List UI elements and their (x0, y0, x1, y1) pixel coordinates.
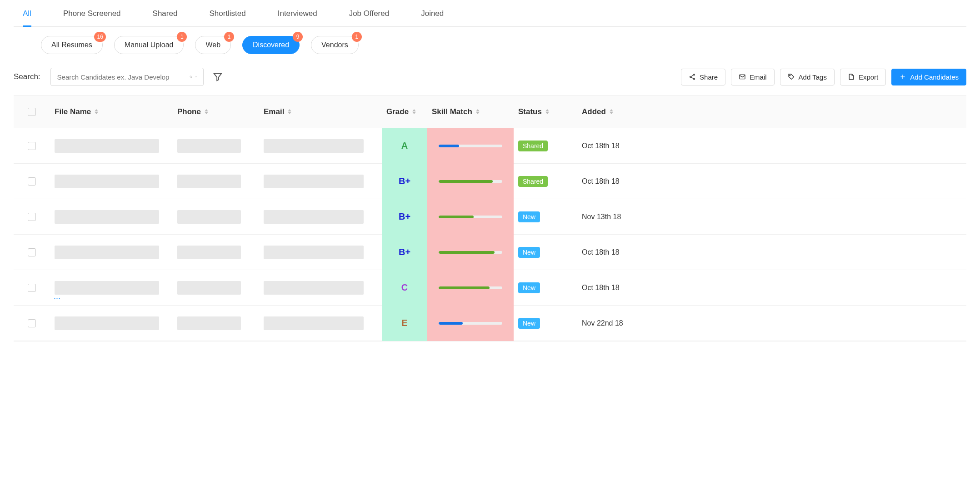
svg-line-5 (691, 75, 693, 76)
status-badge: Shared (518, 141, 548, 151)
skill-progress (439, 251, 502, 254)
filename-placeholder (55, 246, 159, 259)
filename-placeholder (55, 139, 159, 153)
status-badge: New (518, 211, 540, 222)
main-tab-phone-screened[interactable]: Phone Screened (63, 9, 121, 26)
select-all-header (14, 108, 50, 116)
grade-cell: B+ (382, 164, 427, 199)
phone-placeholder (177, 175, 241, 188)
filter-pill-all-resumes[interactable]: All Resumes16 (41, 36, 103, 54)
main-tab-all[interactable]: All (23, 9, 31, 26)
share-button[interactable]: Share (681, 69, 725, 85)
filter-pill-manual-upload[interactable]: Manual Upload1 (114, 36, 184, 54)
svg-point-3 (690, 76, 691, 78)
row-checkbox[interactable] (28, 142, 36, 150)
candidates-table: File Name Phone Email Grade Skill Match … (14, 95, 966, 341)
filename-placeholder (55, 281, 159, 295)
sort-icon (412, 109, 416, 114)
phone-placeholder (177, 139, 241, 153)
pill-badge: 1 (352, 32, 362, 42)
skill-progress (439, 145, 502, 147)
column-header-email[interactable]: Email (259, 107, 382, 116)
skill-match-cell (427, 164, 514, 199)
skill-match-cell (427, 199, 514, 235)
column-header-added[interactable]: Added (577, 107, 655, 116)
grade-cell: B+ (382, 235, 427, 270)
filter-pill-discovered[interactable]: Discovered9 (242, 36, 300, 54)
column-header-status[interactable]: Status (514, 107, 577, 116)
svg-point-4 (694, 78, 695, 80)
table-row: ... C New Oct 18th 18 (14, 270, 966, 306)
added-date: Oct 18th 18 (577, 142, 655, 150)
row-more-link[interactable]: ... (54, 291, 60, 301)
export-button[interactable]: Export (840, 69, 886, 85)
phone-placeholder (177, 246, 241, 259)
filename-placeholder (55, 210, 159, 224)
grade-cell: C (382, 270, 427, 306)
email-button[interactable]: Email (731, 69, 775, 85)
plus-icon (899, 73, 906, 80)
column-header-skill-match[interactable]: Skill Match (427, 107, 514, 116)
main-tab-joined[interactable]: Joined (421, 9, 444, 26)
main-tab-shortlisted[interactable]: Shortlisted (209, 9, 245, 26)
filter-pill-row: All Resumes16Manual Upload1Web1Discovere… (14, 27, 966, 63)
main-tab-interviewed[interactable]: Interviewed (278, 9, 317, 26)
added-date: Oct 18th 18 (577, 177, 655, 186)
phone-placeholder (177, 210, 241, 224)
skill-match-cell (427, 306, 514, 341)
pill-badge: 16 (94, 32, 105, 42)
column-header-filename[interactable]: File Name (50, 107, 173, 116)
search-dropdown-button[interactable] (183, 68, 203, 85)
table-header-row: File Name Phone Email Grade Skill Match … (14, 95, 966, 128)
status-badge: New (518, 318, 540, 329)
sort-icon (610, 109, 613, 114)
filter-pill-vendors[interactable]: Vendors1 (311, 36, 359, 54)
search-icon (190, 75, 192, 78)
add-candidates-button[interactable]: Add Candidates (891, 69, 966, 85)
grade-cell: A (382, 128, 427, 164)
added-date: Oct 18th 18 (577, 248, 655, 256)
search-input[interactable] (51, 68, 183, 85)
row-checkbox[interactable] (28, 213, 36, 221)
status-badge: New (518, 247, 540, 258)
share-icon (689, 73, 696, 80)
phone-placeholder (177, 316, 241, 330)
sort-icon (545, 109, 549, 114)
action-row: Search: Share Email Add Tags Export (14, 63, 966, 95)
skill-match-cell (427, 128, 514, 164)
sort-icon (205, 109, 208, 114)
added-date: Oct 18th 18 (577, 284, 655, 292)
added-date: Nov 22nd 18 (577, 319, 655, 327)
row-checkbox[interactable] (28, 319, 36, 327)
filter-pill-web[interactable]: Web1 (195, 36, 231, 54)
row-checkbox[interactable] (28, 177, 36, 186)
svg-line-6 (691, 77, 693, 79)
export-icon (848, 73, 855, 80)
skill-progress (439, 180, 502, 183)
skill-progress (439, 286, 502, 289)
email-placeholder (264, 210, 364, 224)
main-tab-shared[interactable]: Shared (153, 9, 178, 26)
row-checkbox[interactable] (28, 248, 36, 256)
phone-placeholder (177, 281, 241, 295)
grade-cell: B+ (382, 199, 427, 235)
main-tab-job-offered[interactable]: Job Offered (349, 9, 390, 26)
table-row: A Shared Oct 18th 18 (14, 128, 966, 164)
filter-icon[interactable] (213, 72, 223, 82)
status-badge: New (518, 282, 540, 293)
column-header-phone[interactable]: Phone (173, 107, 259, 116)
table-row: E New Nov 22nd 18 (14, 306, 966, 341)
added-date: Nov 13th 18 (577, 213, 655, 221)
grade-cell: E (382, 306, 427, 341)
add-tags-button[interactable]: Add Tags (780, 69, 835, 85)
email-placeholder (264, 281, 364, 295)
svg-point-2 (694, 74, 695, 75)
svg-point-8 (789, 75, 790, 76)
email-placeholder (264, 316, 364, 330)
column-header-grade[interactable]: Grade (382, 107, 427, 116)
select-all-checkbox[interactable] (28, 108, 36, 116)
filename-placeholder (55, 316, 159, 330)
pill-badge: 1 (224, 32, 234, 42)
row-checkbox[interactable] (28, 284, 36, 292)
tag-icon (788, 73, 795, 80)
